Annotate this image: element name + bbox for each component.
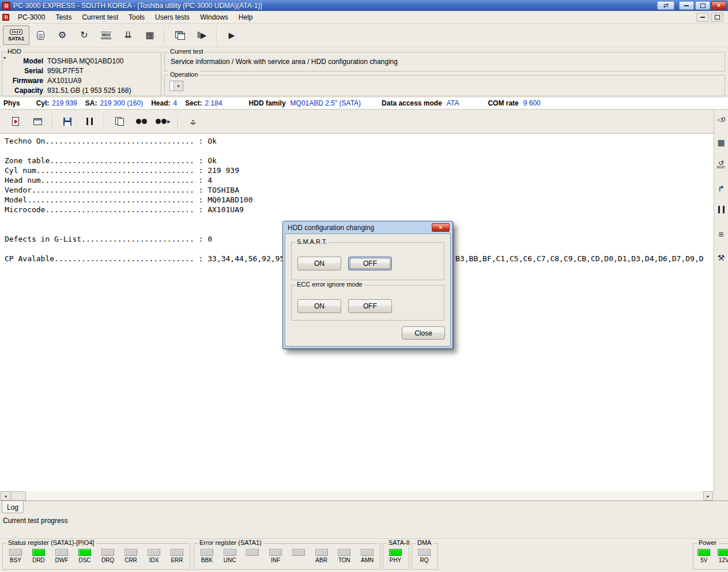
phys-label: Phys <box>3 99 20 107</box>
log-line: Zone table..............................… <box>0 156 714 166</box>
led-label: RQ <box>420 557 429 563</box>
find-next-button[interactable]: ▸ <box>152 113 174 130</box>
test-resources-button[interactable] <box>27 113 48 130</box>
close-button[interactable]: × <box>711 1 726 10</box>
menu-tests[interactable]: Tests <box>50 12 77 23</box>
find-next-icon: ▸ <box>156 118 171 125</box>
led-light <box>246 549 259 556</box>
chip-icon: ▦ <box>717 138 725 146</box>
toolbar-separator <box>164 27 165 43</box>
resources-card-icon <box>33 118 42 125</box>
led-inf: INF <box>264 549 287 563</box>
hdd-select-dropdown-icon[interactable]: ▾ <box>3 55 6 61</box>
capacity-value: 931.51 GB (1 953 525 168) <box>47 86 161 95</box>
led-label: IDX <box>149 557 159 563</box>
led-light <box>338 549 350 556</box>
sata-connector-icon <box>10 29 22 35</box>
operation-combobox[interactable]: ▾ <box>169 81 183 91</box>
start-test-button[interactable] <box>5 113 27 130</box>
ecc-off-button[interactable]: OFF <box>348 299 392 313</box>
smart-on-button[interactable]: ON <box>297 257 341 270</box>
led-label: PHY <box>390 557 402 563</box>
minimize-button[interactable] <box>679 1 694 10</box>
run-test-button[interactable]: ▶ <box>221 25 243 45</box>
toolbar-separator <box>52 114 53 130</box>
log-options-button[interactable]: ≡ <box>715 228 727 241</box>
save-icon <box>63 118 71 126</box>
scrollbar-track[interactable] <box>26 491 703 501</box>
terminal-icon: ◁0 <box>717 116 726 123</box>
cp-list-left: CP Avalable.............................… <box>5 254 289 263</box>
scroll-right-button[interactable]: ▸ <box>703 491 713 501</box>
pause-side-button[interactable] <box>715 203 727 216</box>
led-label: DRQ <box>101 557 114 563</box>
save-log-button[interactable] <box>56 113 78 130</box>
led-light <box>78 549 91 556</box>
maximize-button[interactable] <box>695 1 710 10</box>
terminal-button[interactable]: ◁0 <box>715 113 727 126</box>
dialog-titlebar[interactable]: HDD configuration changing × <box>285 221 451 234</box>
sata2-group: SATA-II PHY <box>383 543 409 570</box>
user-tests-icon: ‖▶ <box>197 31 207 39</box>
ecc-on-button[interactable]: ON <box>297 299 341 313</box>
scroll-left-button[interactable]: ◂ <box>1 491 10 501</box>
pause-test-button[interactable] <box>78 113 100 130</box>
menu-windows[interactable]: Windows <box>195 12 233 23</box>
sect-value: 2 184 <box>205 99 222 107</box>
smart-off-button[interactable]: OFF <box>348 257 392 270</box>
pc3000-menu-icon <box>2 14 9 21</box>
menu-current-test[interactable]: Current test <box>77 12 123 23</box>
led-12v: 12V <box>714 549 728 563</box>
user-tests-button[interactable]: ‖▶ <box>191 25 213 45</box>
port-switch-button[interactable]: ⇄ <box>657 1 674 10</box>
sata2-label: SATA-II <box>387 539 412 546</box>
chip-button[interactable]: ▦ <box>715 136 727 149</box>
zone-table-button[interactable]: ▦ <box>139 25 161 45</box>
capacity-label: Capacity <box>2 86 47 95</box>
log-horizontal-scrollbar[interactable]: ◂ ▸ <box>1 491 713 501</box>
firmware-value: AX101UA9 <box>47 76 161 85</box>
gears-icon: ⚙ <box>58 31 66 40</box>
cyl-label: Cyl: <box>36 99 50 107</box>
menu-help[interactable]: Help <box>233 12 258 23</box>
binoculars-icon <box>156 119 167 125</box>
error-register-label: Error register (SATA1) <box>198 539 263 546</box>
utility-settings-button[interactable]: ⚙ <box>51 25 73 45</box>
recalibrate-button[interactable]: ↱ <box>715 182 727 195</box>
power-label: Power <box>697 539 718 546</box>
dialog-close-action-button[interactable]: Close <box>402 326 445 340</box>
menu-users-tests[interactable]: Users tests <box>150 12 195 23</box>
com-rate-button[interactable]: 9600 <box>95 25 117 45</box>
led-err: ERR <box>165 549 188 563</box>
led-light <box>389 549 402 556</box>
sata-port-button[interactable]: SATA1 <box>3 25 29 45</box>
menu-tools[interactable]: Tools <box>123 12 150 23</box>
ecc-group-label: ECC error ignore mode <box>295 281 364 288</box>
head-label: Head: <box>151 99 170 107</box>
menu-pc3000[interactable]: PC-3000 <box>13 12 50 23</box>
navigate-button[interactable]: ↔↕ <box>182 113 204 130</box>
led-label: 12V <box>719 557 728 563</box>
com-rate-label: COM rate <box>488 99 518 107</box>
led-label: 5V <box>700 557 707 563</box>
drive-repower-button[interactable]: ↻ <box>73 25 95 45</box>
find-button[interactable] <box>130 113 152 130</box>
maximize-icon <box>700 3 706 8</box>
tools-button[interactable]: ⚒ <box>715 251 727 264</box>
minimize-icon <box>684 5 689 6</box>
grid-icon: ▦ <box>145 31 154 40</box>
play-icon: ▶ <box>229 31 235 39</box>
scrollbar-thumb[interactable] <box>11 491 26 501</box>
windows-cascade-button[interactable] <box>169 25 191 45</box>
combo-dropdown-button[interactable]: ▾ <box>173 81 183 91</box>
mdi-minimize-button[interactable] <box>696 13 709 22</box>
hdd-config-dialog: HDD configuration changing × S.M.A.R.T. … <box>282 221 453 349</box>
log-line: Microcode...............................… <box>0 205 714 215</box>
read-resources-button[interactable]: ⇊ <box>117 25 139 45</box>
copy-log-button[interactable] <box>108 113 130 130</box>
tab-log[interactable]: Log <box>2 501 24 513</box>
dialog-close-button[interactable]: × <box>432 223 450 232</box>
drive-id-button[interactable] <box>29 25 51 45</box>
drive-reset-button[interactable]: ↺RESET <box>715 158 727 171</box>
mdi-restore-button[interactable] <box>711 13 723 22</box>
